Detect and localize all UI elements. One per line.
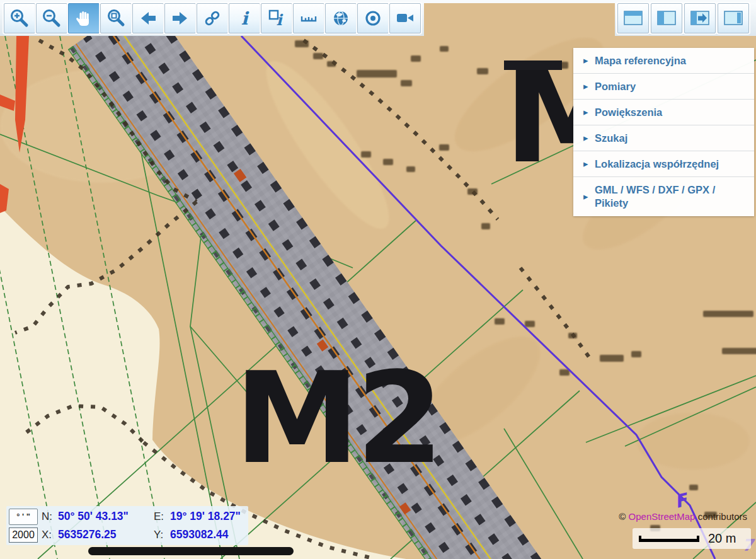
expand-arrow-icon bbox=[583, 81, 595, 92]
panel-right-icon bbox=[723, 9, 744, 27]
scalebar-label: 20 m bbox=[708, 531, 736, 546]
menu-item-label: Szukaj bbox=[595, 132, 627, 145]
menu-item-label: Powiększenia bbox=[595, 106, 662, 119]
identify-button[interactable]: i bbox=[261, 3, 292, 33]
layout-panel-top-button[interactable] bbox=[617, 3, 649, 33]
north-label: N: bbox=[42, 510, 58, 523]
expand-arrow-icon bbox=[583, 55, 595, 66]
zoom-window-button[interactable] bbox=[100, 3, 132, 33]
measure-button[interactable] bbox=[293, 3, 324, 33]
menu-item-lokalizacja-wspolrzednej[interactable]: Lokalizacja współrzędnej bbox=[573, 151, 754, 177]
zoom-window-icon bbox=[105, 8, 127, 29]
layout-panel-expand-button[interactable] bbox=[684, 3, 716, 33]
map-scale-input[interactable]: 2000 bbox=[9, 527, 38, 543]
globe-button[interactable] bbox=[325, 3, 357, 33]
expand-arrow-icon bbox=[583, 107, 595, 118]
pan-button[interactable] bbox=[68, 3, 100, 33]
panel-top-icon bbox=[622, 9, 644, 27]
previous-view-button[interactable] bbox=[132, 3, 164, 33]
expand-arrow-icon bbox=[583, 132, 595, 144]
contributors-text: contributors bbox=[698, 511, 747, 522]
scalebar-widget: 20 m bbox=[633, 528, 751, 549]
arrow-left-icon bbox=[137, 8, 159, 29]
info-icon: i bbox=[234, 8, 255, 29]
layout-panel-left-button[interactable] bbox=[651, 3, 682, 33]
link-icon bbox=[202, 8, 223, 29]
menu-item-gml-wfs-dxf-gpx-pikiety[interactable]: GML / WFS / DXF / GPX / Pikiety bbox=[573, 177, 754, 216]
scalebar-bar bbox=[639, 536, 699, 542]
zoom-out-button[interactable] bbox=[36, 3, 67, 33]
panel-expand-arrow-icon bbox=[689, 9, 711, 27]
menu-item-pomiary[interactable]: Pomiary bbox=[573, 74, 754, 100]
zoom-in-icon bbox=[9, 8, 30, 29]
x-label: X: bbox=[42, 529, 58, 541]
horizontal-scrollbar-thumb[interactable] bbox=[88, 547, 294, 555]
x-value: 5635276.25 bbox=[58, 528, 154, 541]
panel-left-icon bbox=[656, 9, 677, 27]
pan-hand-icon bbox=[73, 8, 94, 29]
svg-text:i: i bbox=[276, 11, 283, 29]
target-circle-icon bbox=[362, 8, 384, 29]
map-attribution: © OpenStreetMap contributors bbox=[619, 511, 747, 522]
geographic-coordinates-row: ° ' " N: 50° 50' 43.13" E: 19° 19' 18.27… bbox=[9, 508, 246, 525]
east-value: 19° 19' 18.27" bbox=[170, 510, 246, 523]
menu-item-powiekszenia[interactable]: Powiększenia bbox=[573, 100, 754, 125]
zoom-in-button[interactable] bbox=[4, 3, 35, 33]
arrow-right-icon bbox=[169, 8, 191, 29]
menu-item-label: Lokalizacja współrzędnej bbox=[595, 158, 719, 171]
info-button[interactable]: i bbox=[229, 3, 260, 33]
link-button[interactable] bbox=[197, 3, 228, 33]
menu-item-mapa-referencyjna[interactable]: Mapa referencyjna bbox=[573, 48, 754, 74]
menu-item-szukaj[interactable]: Szukaj bbox=[573, 125, 754, 151]
locate-button[interactable] bbox=[357, 3, 389, 33]
next-view-button[interactable] bbox=[164, 3, 196, 33]
label-m2: M2 bbox=[234, 345, 440, 492]
y-value: 6593082.44 bbox=[170, 528, 246, 541]
camera-icon bbox=[394, 8, 416, 29]
measure-ruler-icon bbox=[298, 8, 319, 29]
identify-icon: i bbox=[266, 8, 287, 29]
svg-text:i: i bbox=[241, 8, 249, 29]
camera-button[interactable] bbox=[389, 3, 421, 33]
globe-icon bbox=[330, 8, 352, 29]
expand-arrow-icon bbox=[583, 158, 595, 170]
y-label: Y: bbox=[154, 529, 170, 541]
east-label: E: bbox=[154, 510, 170, 523]
menu-item-label: Mapa referencyjna bbox=[595, 54, 686, 67]
north-value: 50° 50' 43.13" bbox=[58, 510, 154, 523]
copyright-symbol: © bbox=[619, 511, 626, 522]
menu-item-label: GML / WFS / DXF / GPX / Pikiety bbox=[595, 183, 748, 209]
projected-coordinates-row: 2000 X: 5635276.25 Y: 6593082.44 bbox=[9, 526, 246, 543]
menu-item-label: Pomiary bbox=[595, 80, 636, 93]
openstreetmap-link[interactable]: OpenStreetMap bbox=[629, 511, 696, 522]
layout-panel-right-button[interactable] bbox=[718, 3, 749, 33]
coordinate-format-button[interactable]: ° ' " bbox=[9, 509, 38, 525]
coordinate-panel: ° ' " N: 50° 50' 43.13" E: 19° 19' 18.27… bbox=[6, 506, 248, 545]
zoom-out-icon bbox=[41, 8, 62, 29]
expand-arrow-icon bbox=[583, 191, 595, 202]
side-menu-panel: Mapa referencyjna Pomiary Powiększenia S… bbox=[573, 48, 754, 216]
